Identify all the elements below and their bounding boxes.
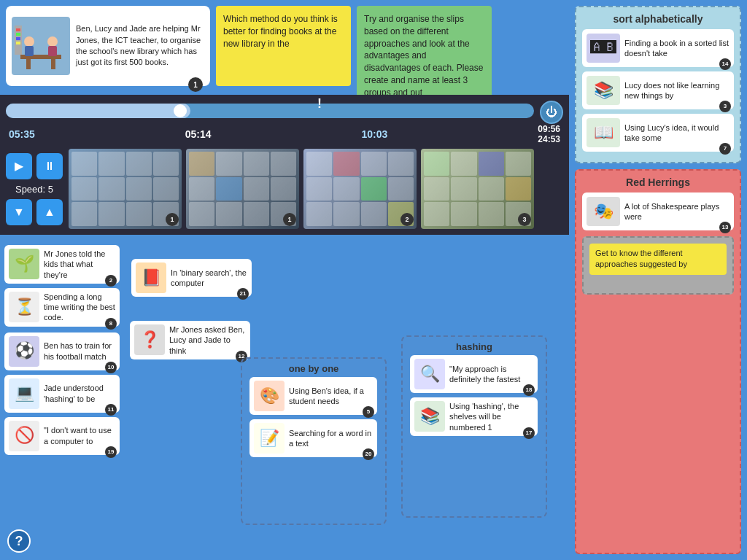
sort-alphabetically-title: sort alphabetically	[582, 13, 734, 25]
svg-rect-5	[25, 46, 34, 56]
right-card-14[interactable]: 🅰🅱 Finding a book in a sorted list doesn…	[582, 29, 734, 67]
card10-badge: 10	[105, 362, 117, 373]
gray-box: Get to know the different approaches sug…	[582, 236, 734, 295]
left-card-11[interactable]: 💻 Jade understood 'hashing' to be 11	[4, 375, 120, 413]
exclamation-mark: !	[317, 96, 322, 112]
thumb4-badge: 3	[518, 213, 531, 226]
category-box-one-by-one: one by one 🎨 Using Ben's idea, if a stud…	[241, 357, 387, 525]
svg-rect-10	[16, 33, 20, 36]
time-mid1: 05:14	[185, 128, 212, 140]
card5-badge: 5	[363, 406, 374, 418]
right-panel: sort alphabetically 🅰🅱 Finding a book in…	[569, 0, 747, 560]
time-right: 09:56 24:53	[538, 124, 560, 144]
left-card-2[interactable]: 🌱 Mr Jones told the kids that what they'…	[4, 245, 120, 284]
card21-image: 📕	[136, 262, 166, 293]
card21-text: In 'binary search', the computer	[171, 268, 247, 289]
card20-badge: 20	[363, 448, 374, 460]
controls-row1: ▶ ⏸	[6, 153, 63, 179]
timeline-fill	[6, 104, 190, 118]
canvas-card-20[interactable]: 📝 Searching for a word in a text 20	[249, 419, 377, 457]
play-button[interactable]: ▶	[6, 153, 32, 179]
timeline-knob[interactable]	[174, 104, 187, 117]
left-col: 🌱 Mr Jones told the kids that what they'…	[0, 241, 124, 459]
step-forward-button[interactable]: ▲	[36, 199, 63, 225]
card13-badge: 13	[719, 222, 731, 233]
card20-text: Searching for a word in a text	[289, 428, 373, 449]
card18-badge: 18	[523, 384, 535, 396]
svg-rect-7	[48, 46, 57, 56]
step-back-button[interactable]: ▼	[6, 199, 32, 225]
intro-text: Ben, Lucy and Jade are helping Mr Jones,…	[76, 23, 204, 69]
card11-image: 💻	[9, 378, 39, 409]
svg-point-4	[24, 36, 34, 47]
canvas-card-18[interactable]: 🔍 "My approach is definitely the fastest…	[410, 355, 538, 393]
canvas-card-12[interactable]: ❓ Mr Jones asked Ben, Lucy and Jade to t…	[130, 321, 250, 359]
intro-image	[12, 17, 70, 75]
thumbnail-4[interactable]: 3	[421, 149, 534, 229]
svg-rect-11	[16, 37, 20, 40]
card19-badge: 19	[105, 446, 117, 458]
canvas-card-21[interactable]: 📕 In 'binary search', the computer 21	[131, 259, 252, 297]
left-card-19[interactable]: 🚫 "I don't want to use a computer to 19	[4, 417, 120, 455]
cat2-title: hashing	[403, 341, 546, 352]
controls: ▶ ⏸ Speed: 5 ▼ ▲	[6, 153, 63, 225]
time-mid2: 10:03	[362, 128, 388, 140]
card7-text: Using Lucy's idea, it would take some	[624, 122, 729, 144]
card7-image: 📖	[587, 118, 620, 147]
red-herrings-box: Red Herrings 🎭 A lot of Shakespeare play…	[575, 169, 741, 554]
canvas-card-17[interactable]: 📚 Using 'hashing', the shelves will be n…	[410, 397, 538, 436]
svg-rect-3	[51, 59, 55, 69]
thumbnail-1[interactable]: 1	[69, 149, 182, 229]
time-display: 05:35 05:14 10:03 09:56 24:53	[6, 124, 563, 144]
thumb1-badge: 1	[166, 213, 179, 226]
card19-image: 🚫	[9, 421, 39, 451]
controls-and-thumbs: ▶ ⏸ Speed: 5 ▼ ▲ 1	[6, 149, 563, 229]
intro-card: Ben, Lucy and Jade are helping Mr Jones,…	[6, 6, 210, 86]
thumbnail-3[interactable]: 2	[303, 149, 417, 229]
yellow-card: Which method do you think is better for …	[216, 6, 351, 86]
card3-badge: 3	[719, 101, 731, 112]
card19-text: "I don't want to use a computer to	[44, 425, 115, 446]
card8-image: ⏳	[9, 292, 39, 322]
thumbnail-2[interactable]: 1	[186, 149, 299, 229]
card14-badge: 14	[719, 58, 731, 70]
card10-image: ⚽	[9, 336, 39, 367]
card2-image: 🌱	[9, 249, 39, 279]
left-card-8[interactable]: ⏳ Spending a long time writing the best …	[4, 288, 120, 327]
speed-display: Speed: 5	[15, 184, 53, 195]
card12-text: Mr Jones asked Ben, Lucy and Jade to thi…	[169, 324, 246, 356]
right-card-13[interactable]: 🎭 A lot of Shakespeare plays were 13	[582, 192, 734, 230]
card17-text: Using 'hashing', the shelves will be num…	[449, 401, 533, 432]
card11-text: Jade understood 'hashing' to be	[44, 383, 115, 404]
intro-badge: 1	[188, 77, 203, 92]
right-card-3[interactable]: 📚 Lucy does not like learning new things…	[582, 71, 734, 109]
power-button[interactable]: ⏻	[540, 101, 563, 124]
svg-rect-2	[26, 59, 31, 69]
pause-button[interactable]: ⏸	[36, 153, 63, 179]
card21-badge: 21	[237, 288, 249, 300]
timeline-bar[interactable]	[6, 104, 534, 118]
time-left: 05:35	[9, 128, 35, 140]
card17-image: 📚	[414, 401, 445, 432]
right-card-7[interactable]: 📖 Using Lucy's idea, it would take some …	[582, 114, 734, 152]
thumb2-badge: 1	[283, 213, 296, 226]
thumbnails: 1 1	[69, 149, 534, 229]
card7-badge: 7	[719, 143, 731, 155]
svg-rect-12	[16, 42, 20, 44]
card14-text: Finding a book in a sorted list doesn't …	[624, 38, 729, 59]
svg-rect-9	[16, 28, 20, 31]
svg-point-6	[47, 36, 58, 47]
card5-text: Using Ben's idea, if a student needs	[289, 386, 373, 407]
card3-image: 📚	[587, 76, 620, 105]
gray-note-text: Get to know the different approaches sug…	[589, 244, 727, 275]
canvas-card-5[interactable]: 🎨 Using Ben's idea, if a student needs 5	[249, 377, 377, 415]
help-button[interactable]: ?	[7, 529, 31, 553]
left-card-10[interactable]: ⚽ Ben has to train for his football matc…	[4, 332, 120, 370]
card10-text: Ben has to train for his football match	[44, 341, 115, 362]
card14-image: 🅰🅱	[587, 34, 620, 63]
card8-text: Spending a long time writing the best co…	[44, 292, 115, 323]
card2-badge: 2	[105, 275, 117, 287]
card18-image: 🔍	[414, 359, 445, 389]
thumb3-badge: 2	[400, 213, 414, 226]
card13-text: A lot of Shakespeare plays were	[624, 201, 729, 222]
